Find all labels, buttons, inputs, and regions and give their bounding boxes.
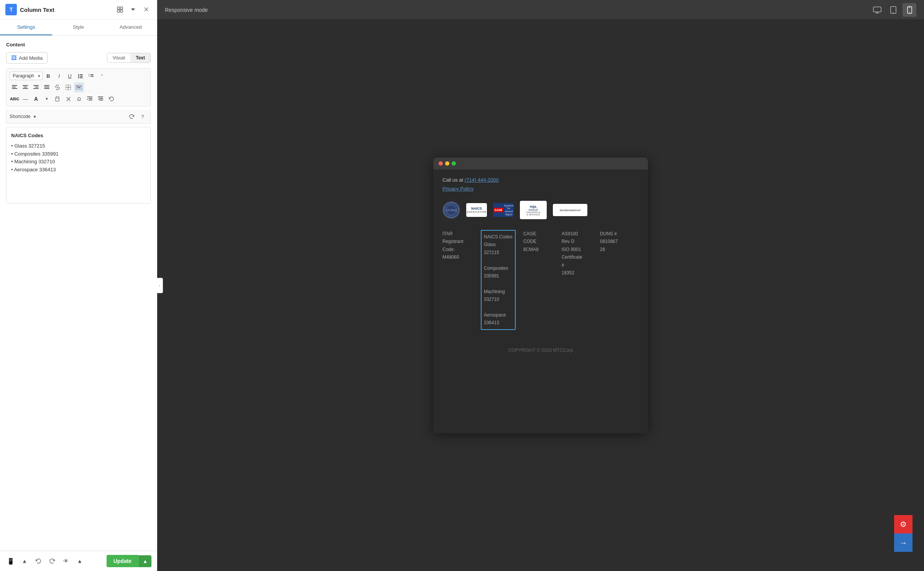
as9100-col: AS9100 Rev D ISO 9001 Certificate # 1835… xyxy=(562,230,592,330)
browser-chrome xyxy=(433,158,648,169)
arrow-fab-button[interactable]: → xyxy=(894,533,912,552)
call-us: Call us at (714) 444-2000 xyxy=(442,177,639,183)
align-right-button[interactable] xyxy=(31,82,41,92)
editor-area[interactable]: NAICS Codes Glass 327215 Composites 3359… xyxy=(6,127,151,203)
clear-format-button[interactable] xyxy=(63,94,73,104)
update-btn-wrapper: Update ▲ xyxy=(107,555,151,567)
text-view-button[interactable]: Text xyxy=(130,53,150,62)
strikethrough-button[interactable]: ABC xyxy=(10,94,20,104)
dot-red xyxy=(439,161,443,166)
content-label: Content xyxy=(6,42,151,48)
mobile-view-button[interactable] xyxy=(903,3,916,17)
svg-rect-36 xyxy=(87,97,92,97)
dropdown-button[interactable] xyxy=(128,4,138,15)
svg-rect-16 xyxy=(12,88,17,89)
editor-toolbar: Paragraph Heading 1 Heading 2 Heading 3 … xyxy=(6,68,151,107)
as9100-line: # xyxy=(562,261,592,269)
unordered-list-button[interactable] xyxy=(76,71,85,81)
redo-footer-button[interactable] xyxy=(47,556,58,566)
dot-green xyxy=(452,161,456,166)
collapse-panel-button[interactable]: ‹ xyxy=(157,278,163,293)
svg-rect-40 xyxy=(99,98,103,99)
copyright-text: COPYRIGHT © 2023 MTCCorp xyxy=(442,341,639,353)
svg-rect-38 xyxy=(89,100,92,100)
svg-rect-22 xyxy=(33,88,39,89)
privacy-policy-link[interactable]: Privacy Policy xyxy=(442,186,639,192)
align-center-button[interactable] xyxy=(20,82,30,92)
svg-rect-18 xyxy=(23,87,27,87)
svg-rect-39 xyxy=(98,97,103,97)
preview-button[interactable]: 👁 xyxy=(61,556,71,566)
itar-line: ITAR xyxy=(442,230,473,238)
align-left-button[interactable] xyxy=(10,82,20,92)
italic-button[interactable]: I xyxy=(54,71,64,81)
paste-text-button[interactable] xyxy=(53,94,62,104)
svg-rect-41 xyxy=(99,100,103,100)
help-button[interactable]: ? xyxy=(138,112,147,121)
naics-line: 327215 xyxy=(484,249,513,256)
keyboard-button[interactable] xyxy=(74,82,84,92)
justify-button[interactable] xyxy=(42,82,52,92)
indent-button[interactable] xyxy=(85,94,95,104)
responsive-toggle-button[interactable]: 📱 xyxy=(5,556,16,566)
svg-rect-35 xyxy=(56,97,59,98)
add-media-button[interactable]: 🖼 Add Media xyxy=(6,52,48,64)
svg-rect-14 xyxy=(12,85,17,86)
desktop-view-button[interactable] xyxy=(870,3,884,17)
tablet-view-button[interactable] xyxy=(886,3,900,17)
naics-line xyxy=(484,304,513,311)
undo-button[interactable] xyxy=(106,94,116,104)
panel-title: Column Text xyxy=(20,7,112,13)
cage-line: 8CMA8 xyxy=(523,246,554,253)
table-button[interactable] xyxy=(63,82,73,92)
shortcode-dropdown-arrow[interactable]: ▼ xyxy=(33,115,37,119)
format-select[interactable]: Paragraph Heading 1 Heading 2 Heading 3 xyxy=(10,72,43,80)
text-color-button[interactable]: A xyxy=(31,94,41,104)
close-button[interactable]: ✕ xyxy=(141,4,151,15)
naics-line: Glass xyxy=(484,241,513,248)
list-item: Composites 335991 xyxy=(11,150,146,158)
tab-settings[interactable]: Settings xyxy=(0,20,52,35)
svg-rect-0 xyxy=(117,7,120,9)
outdent-button[interactable] xyxy=(95,94,105,104)
link-button[interactable] xyxy=(53,82,62,92)
undo-footer-button[interactable] xyxy=(33,556,44,566)
as9100-line: 18352 xyxy=(562,269,592,277)
expand-button[interactable]: ▲ xyxy=(74,556,85,566)
update-dropdown-button[interactable]: ▲ xyxy=(138,555,151,567)
tab-advanced[interactable]: Advanced xyxy=(105,20,157,35)
hr-button[interactable]: — xyxy=(20,94,30,104)
nqa-logo: nqa. AS9100 AEROSPACE & DEFENCE xyxy=(520,201,547,219)
shortcode-row: Shortcode ▼ ? xyxy=(6,110,151,124)
svg-rect-31 xyxy=(78,86,79,87)
tab-style[interactable]: Style xyxy=(52,20,104,35)
ordered-list-button[interactable]: 1. 2. xyxy=(86,71,96,81)
add-section-button[interactable] xyxy=(115,4,125,15)
duns-line: 28 xyxy=(600,246,631,253)
shortcode-label: Shortcode xyxy=(10,114,31,119)
naics-col[interactable]: NAICS Codes Glass 327215 Composites 3359… xyxy=(481,230,516,330)
naics-line xyxy=(484,256,513,264)
redo-button[interactable] xyxy=(127,112,136,121)
naics-line xyxy=(484,280,513,287)
svg-rect-19 xyxy=(23,88,28,89)
svg-point-8 xyxy=(78,77,79,79)
browser-mockup: Call us at (714) 444-2000 Privacy Policy… xyxy=(433,158,648,433)
visual-view-button[interactable]: Visual xyxy=(107,53,130,62)
itar-line: Code: xyxy=(442,246,473,253)
blockquote-button[interactable]: " xyxy=(97,71,107,81)
svg-rect-3 xyxy=(120,10,123,12)
update-button[interactable]: Update xyxy=(107,555,138,567)
underline-button[interactable]: U xyxy=(65,71,75,81)
left-panel: T Column Text ✕ Settings Style Advanced xyxy=(0,0,157,571)
svg-point-48 xyxy=(909,12,910,13)
panel-header-actions: ✕ xyxy=(115,4,151,15)
bold-button[interactable]: B xyxy=(43,71,53,81)
text-color-picker-button[interactable]: ▼ xyxy=(42,94,52,104)
duns-line: DUNS # xyxy=(600,230,631,238)
move-up-button[interactable]: ▲ xyxy=(19,556,30,566)
data-grid: ITAR Registrant Code: M48060 NAICS Codes… xyxy=(442,230,639,330)
special-char-button[interactable]: Ω xyxy=(74,94,84,104)
panel-content: Content 🖼 Add Media Visual Text Paragrap… xyxy=(0,36,157,551)
gear-fab-button[interactable]: ⚙ xyxy=(894,515,912,533)
